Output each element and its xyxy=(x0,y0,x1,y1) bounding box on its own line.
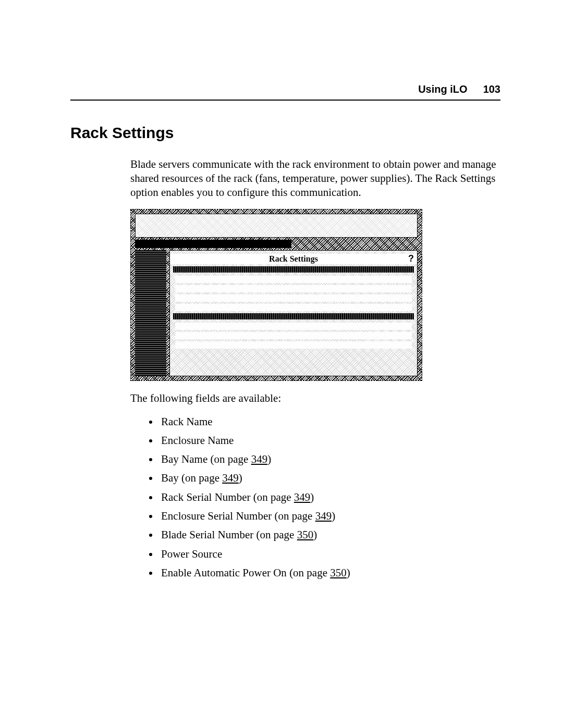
on-page-prefix: (on page xyxy=(272,510,315,522)
on-page-suffix: ) xyxy=(347,566,350,579)
screenshot-panel-title: Rack Settings xyxy=(170,254,417,264)
list-item: Bay Name (on page 349) xyxy=(159,452,500,466)
page-ref-link[interactable]: 349 xyxy=(315,510,332,522)
fields-lead-in: The following fields are available: xyxy=(130,391,500,405)
on-page-suffix: ) xyxy=(310,491,314,503)
screenshot-section-bar xyxy=(173,266,414,273)
on-page-prefix: (on page xyxy=(287,566,330,579)
screenshot-field-row xyxy=(175,285,412,292)
screenshot-tabs xyxy=(135,240,291,248)
field-label: Enable Automatic Power On xyxy=(161,566,287,579)
list-item: Blade Serial Number (on page 350) xyxy=(159,528,500,542)
on-page-suffix: ) xyxy=(332,510,335,522)
page-ref-link[interactable]: 350 xyxy=(330,566,347,579)
field-label: Rack Name xyxy=(161,415,213,428)
field-label: Enclosure Serial Number xyxy=(161,510,272,522)
page-ref-link[interactable]: 349 xyxy=(294,491,311,503)
header-section: Using iLO xyxy=(418,83,467,95)
screenshot-field-row xyxy=(175,304,412,311)
page-ref-link[interactable]: 349 xyxy=(222,472,239,484)
screenshot-main-panel: Rack Settings ? xyxy=(169,250,418,376)
body: Blade servers communicate with the rack … xyxy=(130,157,500,580)
list-item: Enable Automatic Power On (on page 350) xyxy=(159,566,500,580)
on-page-prefix: (on page xyxy=(250,491,293,503)
intro-paragraph: Blade servers communicate with the rack … xyxy=(130,157,500,200)
on-page-suffix: ) xyxy=(313,528,317,541)
page: Using iLO 103 Rack Settings Blade server… xyxy=(0,0,563,728)
list-item: Rack Name xyxy=(159,415,500,429)
screenshot-banner xyxy=(135,214,418,238)
rack-settings-screenshot: Rack Settings ? xyxy=(130,209,422,381)
field-label: Blade Serial Number xyxy=(161,528,253,541)
screenshot-field-row xyxy=(175,294,412,302)
list-item: Enclosure Serial Number (on page 349) xyxy=(159,509,500,523)
field-label: Power Source xyxy=(161,548,222,560)
on-page-prefix: (on page xyxy=(207,453,251,465)
field-label: Bay Name xyxy=(161,453,207,465)
page-ref-link[interactable]: 350 xyxy=(297,528,314,541)
field-label: Enclosure Name xyxy=(161,434,234,447)
on-page-suffix: ) xyxy=(239,472,242,484)
header-page-number: 103 xyxy=(483,83,500,95)
fields-list: Rack Name Enclosure Name Bay Name (on pa… xyxy=(130,415,500,581)
list-item: Enclosure Name xyxy=(159,434,500,448)
list-item: Bay (on page 349) xyxy=(159,471,500,485)
page-ref-link[interactable]: 349 xyxy=(251,453,268,465)
on-page-prefix: (on page xyxy=(179,472,222,484)
on-page-suffix: ) xyxy=(267,453,271,465)
field-label: Bay xyxy=(161,472,179,484)
screenshot-sidebar xyxy=(135,250,166,376)
section-heading: Rack Settings xyxy=(70,124,500,142)
running-header: Using iLO 103 xyxy=(70,83,500,101)
list-item: Power Source xyxy=(159,547,500,561)
on-page-prefix: (on page xyxy=(253,528,297,541)
list-item: Rack Serial Number (on page 349) xyxy=(159,490,500,504)
screenshot-field-row xyxy=(175,323,412,330)
field-label: Rack Serial Number xyxy=(161,491,250,503)
screenshot-field-row xyxy=(175,332,412,339)
screenshot-section-bar xyxy=(173,313,414,319)
screenshot-field-row xyxy=(175,276,412,283)
help-icon: ? xyxy=(408,253,414,265)
screenshot-field-row xyxy=(175,341,412,349)
